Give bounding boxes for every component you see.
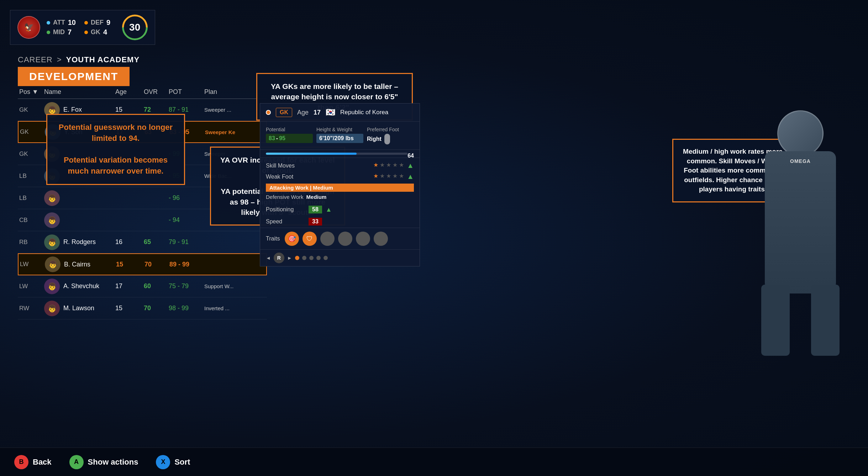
positioning-arrow: ▲ [326, 206, 332, 213]
col-ovr: OVR [144, 88, 169, 96]
potential-range: 83 - 95 [266, 134, 313, 143]
table-row[interactable]: LW 👦 A. Shevchuk 17 60 75 - 79 Support W… [18, 275, 267, 297]
gk-stat: GK 4 [84, 28, 114, 36]
bottom-navigation: B Back A Show actions X Sort [0, 448, 868, 476]
att-label: ATT [53, 19, 65, 26]
trait-icon-3 [320, 232, 335, 246]
potential-variation-text: Potential variation becomes much narrowe… [56, 155, 175, 177]
row-name: 👦 A. Shevchuk [44, 279, 115, 294]
def-stat: DEF 9 [84, 18, 114, 27]
row-ovr: 60 [144, 282, 169, 290]
row-plan: Sweeper Ke [205, 129, 248, 135]
foot-value: Right [367, 136, 382, 142]
ovr-bar-fill [266, 153, 357, 155]
row-pos: RB [19, 239, 44, 246]
row-pos: LB [19, 195, 44, 202]
nav-left-arrow[interactable]: ◄ [266, 255, 271, 261]
table-row[interactable]: RB 👦 R. Rodgers 16 65 79 - 91 [18, 231, 267, 253]
row-pos: GK [20, 128, 45, 136]
skill-moves-stars: ★ ★ ★ ★ ★ ▲ [373, 162, 414, 170]
table-row[interactable]: RW 👦 M. Lawson 15 70 98 - 99 Inverted ..… [18, 297, 267, 319]
col-pos: Pos ▼ [19, 88, 44, 96]
tab-dot-2[interactable] [302, 256, 306, 260]
row-ovr: 72 [144, 106, 169, 113]
row-age: 16 [115, 238, 144, 246]
sort-label: Sort [174, 458, 190, 467]
breadcrumb-career: CAREER [18, 55, 53, 64]
sort-button[interactable]: X Sort [156, 455, 190, 469]
row-pos: GK [19, 150, 44, 158]
nav-right-arrow[interactable]: ► [287, 255, 292, 261]
ovr-progress: 64 [260, 150, 420, 158]
back-button[interactable]: B Back [14, 455, 52, 469]
mid-stat: MID 7 [47, 28, 76, 36]
att-value: 10 [68, 18, 76, 27]
positioning-row: Positioning 58 ▲ [260, 203, 420, 216]
row-ovr: 70 [144, 305, 169, 312]
pot-high: 95 [279, 135, 285, 142]
star-3: ★ [386, 162, 391, 170]
attacking-work-box: Attacking Work | Medium [266, 184, 414, 192]
player-3d-model: OMEGA [733, 43, 868, 434]
star-2: ★ [380, 162, 385, 170]
b-button-icon: B [14, 455, 28, 469]
gk-label: GK [91, 28, 100, 36]
skills-section: Skill Moves ★ ★ ★ ★ ★ ▲ Weak Foot ★ ★ ★ … [260, 158, 420, 203]
row-age: 15 [115, 106, 144, 113]
potential-info-text: Potential guesswork no longer limited to… [56, 122, 175, 144]
breadcrumb-separator: > [57, 55, 62, 64]
foot-icon [384, 134, 390, 144]
star-5: ★ [399, 162, 404, 170]
wf-star-2: ★ [380, 173, 385, 181]
avatar: 👦 [44, 212, 60, 228]
row-plan: Inverted ... [204, 305, 247, 311]
row-name: 👦 M. Lawson [44, 301, 115, 316]
skill-moves-label: Skill Moves [266, 163, 295, 169]
weak-foot-stars: ★ ★ ★ ★ ★ ▲ [373, 173, 414, 181]
player-pos-badge: GK [276, 108, 292, 117]
show-actions-button[interactable]: A Show actions [69, 455, 138, 469]
trait-icon-4 [338, 232, 352, 246]
trait-icon-6 [374, 232, 388, 246]
mid-dot [47, 31, 50, 34]
att-stat: ATT 10 [47, 18, 76, 27]
stat-foot: Preferred Foot Right [367, 127, 414, 144]
defensive-work-row: Defensive Work Medium [266, 194, 414, 200]
overall-rating: 30 [117, 9, 153, 46]
col-pot: POT [169, 88, 204, 96]
table-row[interactable]: LW 👦 B. Cairns 15 70 89 - 99 [18, 253, 267, 275]
row-pot: 87 - 91 [169, 106, 204, 113]
row-pos: LW [19, 283, 44, 290]
row-pos: LW [20, 261, 45, 268]
weak-foot-label: Weak Foot [266, 174, 293, 180]
row-ovr: 65 [144, 238, 169, 246]
breadcrumb-current: YOUTH ACADEMY [66, 55, 140, 64]
pos-indicator [266, 110, 271, 115]
row-pos: LB [19, 173, 44, 180]
tab-dot-3[interactable] [309, 256, 314, 260]
back-label: Back [33, 458, 52, 467]
gk-dot [84, 31, 88, 34]
avatar: 👦 [45, 256, 61, 272]
row-name: 👦 [44, 190, 115, 206]
defensive-work-value: Medium [306, 194, 327, 200]
tab-dot-4[interactable] [316, 256, 321, 260]
row-plan: Support W... [204, 283, 247, 289]
star-1: ★ [373, 162, 378, 170]
r-button[interactable]: R [274, 253, 284, 263]
attacking-work-label: Attacking Work | [269, 185, 313, 191]
r-circle: R [274, 253, 284, 263]
tab-dot-1[interactable] [295, 256, 299, 260]
row-name: 👦 R. Rodgers [44, 234, 115, 250]
row-pos: GK [19, 106, 44, 113]
row-plan: Sweeper ... [204, 107, 247, 113]
tab-dot-5[interactable] [323, 256, 328, 260]
trait-icon-2: 🛡 [303, 232, 317, 246]
player-detail-header: GK Age 17 🇰🇷 Republic of Korea [260, 104, 420, 122]
col-plan: Plan [204, 88, 247, 96]
row-pot: 98 - 99 [169, 305, 204, 312]
star-4: ★ [393, 162, 398, 170]
wf-star-1: ★ [373, 173, 378, 181]
row-age: 15 [116, 261, 144, 268]
country-flag: 🇰🇷 [326, 108, 335, 117]
